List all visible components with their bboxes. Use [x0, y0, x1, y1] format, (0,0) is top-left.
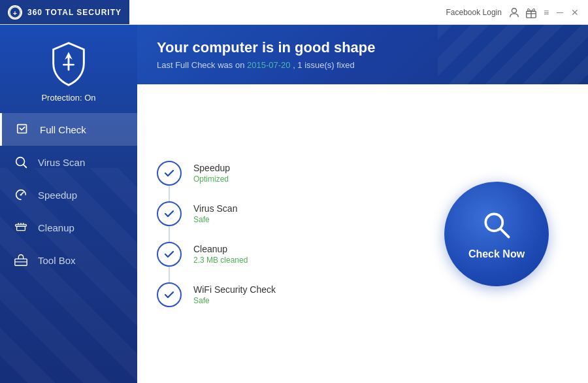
content-area: Your computer is in good shape Last Full… [137, 25, 588, 383]
header-banner: Your computer is in good shape Last Full… [137, 25, 588, 84]
facebook-login-label[interactable]: Facebook Login [446, 8, 502, 17]
speedup-check-circle [157, 161, 182, 186]
sidebar-item-speedup[interactable]: Speedup [0, 178, 137, 211]
cleanup-item-status: 2.3 MB cleaned [193, 256, 248, 265]
speedup-icon [13, 187, 29, 203]
sidebar-item-virus-scan[interactable]: Virus Scan [0, 146, 137, 178]
cleanup-text: Cleanup 2.3 MB cleaned [193, 244, 248, 265]
user-icon[interactable] [507, 5, 521, 20]
check-item-virus-scan: Virus Scan Safe [157, 193, 425, 234]
close-button[interactable]: ✕ [568, 7, 581, 18]
app-logo: + 360 TOTAL SECURITY [0, 0, 129, 24]
svg-rect-11 [17, 226, 25, 230]
sidebar-item-full-check[interactable]: Full Check [0, 113, 137, 146]
cleanup-label: Cleanup [38, 222, 74, 233]
gift-icon[interactable] [524, 5, 538, 20]
virus-scan-icon [13, 154, 29, 170]
toolbox-icon [13, 252, 29, 268]
virus-scan-label: Virus Scan [38, 157, 85, 168]
cleanup-icon [13, 220, 29, 235]
sub-suffix: , 1 issue(s) fixed [291, 60, 355, 70]
wifi-item-name: WiFi Security Check [193, 284, 276, 295]
logo-circle-icon: + [8, 5, 22, 20]
wifi-check-circle [157, 282, 182, 307]
sidebar-item-cleanup[interactable]: Cleanup [0, 211, 137, 244]
titlebar-right: Facebook Login ≡ ─ ✕ [446, 5, 582, 20]
last-check-date: 2015-07-20 [247, 60, 291, 70]
svg-rect-6 [18, 125, 27, 133]
shield-icon [48, 41, 90, 86]
svg-text:+: + [13, 8, 17, 16]
svg-point-2 [512, 8, 516, 12]
menu-icon[interactable]: ≡ [541, 7, 551, 18]
toolbox-label: Tool Box [38, 255, 76, 266]
svg-line-8 [24, 165, 27, 168]
speedup-item-status: Optimized [193, 175, 230, 184]
virus-scan-item-name: Virus Scan [193, 203, 237, 214]
titlebar: + 360 TOTAL SECURITY Facebook Login ≡ ─ … [0, 0, 588, 25]
virus-scan-check-circle [157, 201, 182, 226]
header-subtitle: Last Full Check was on 2015-07-20 , 1 is… [157, 60, 568, 70]
wifi-item-status: Safe [193, 296, 276, 305]
virus-scan-item-status: Safe [193, 215, 237, 224]
minimize-button[interactable]: ─ [554, 7, 566, 18]
svg-point-9 [20, 194, 22, 196]
main-layout: Protection: On Full Check Virus Scan [0, 25, 588, 383]
cleanup-item-name: Cleanup [193, 244, 248, 254]
wifi-text: WiFi Security Check Safe [193, 284, 276, 305]
header-title: Your computer is in good shape [157, 39, 568, 56]
check-now-search-icon [480, 208, 514, 244]
check-now-label: Check Now [468, 248, 525, 260]
titlebar-icons: ≡ ─ ✕ [507, 5, 581, 20]
full-check-icon [15, 122, 31, 137]
sidebar-item-tool-box[interactable]: Tool Box [0, 244, 137, 276]
protection-area: Protection: On [0, 25, 137, 113]
speedup-label: Speedup [38, 190, 77, 201]
sub-prefix: Last Full Check was on [157, 60, 247, 70]
check-item-speedup: Speedup Optimized [157, 153, 425, 193]
body-area: Speedup Optimized Virus Scan Safe [137, 84, 588, 383]
check-item-cleanup: Cleanup 2.3 MB cleaned [157, 234, 425, 275]
check-items-list: Speedup Optimized Virus Scan Safe [157, 153, 425, 315]
full-check-label: Full Check [40, 124, 86, 135]
protection-label: Protection: On [41, 93, 95, 103]
virus-scan-text: Virus Scan Safe [193, 203, 237, 224]
svg-line-18 [500, 228, 509, 237]
app-name: 360 TOTAL SECURITY [27, 8, 122, 17]
sidebar: Protection: On Full Check Virus Scan [0, 25, 137, 383]
speedup-item-name: Speedup [193, 163, 230, 173]
speedup-text: Speedup Optimized [193, 163, 230, 184]
cleanup-check-circle [157, 242, 182, 267]
check-item-wifi: WiFi Security Check Safe [157, 275, 425, 315]
check-now-button[interactable]: Check Now [444, 182, 549, 286]
